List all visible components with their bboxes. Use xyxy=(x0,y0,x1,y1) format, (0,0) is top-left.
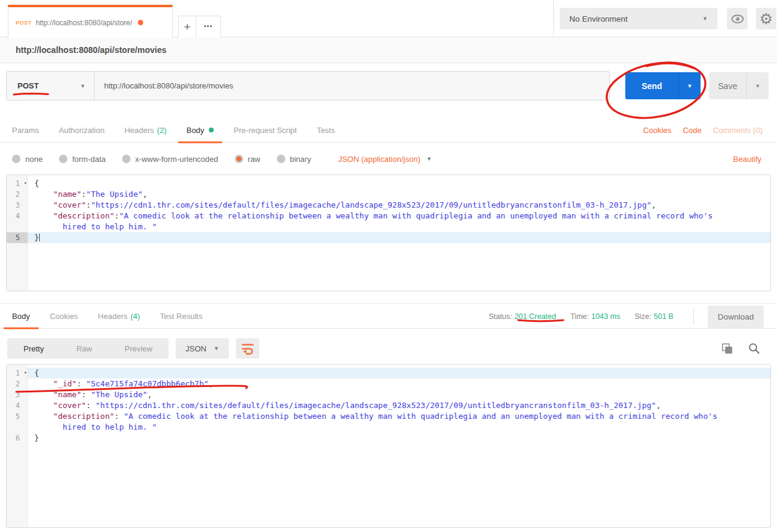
link-cookies[interactable]: Cookies xyxy=(643,126,672,135)
code-text: hired to help him. " xyxy=(28,422,770,433)
download-button[interactable]: Download xyxy=(708,306,764,328)
save-button[interactable]: Save xyxy=(709,72,746,99)
body-mode-none[interactable]: none xyxy=(12,155,43,164)
tab-headers[interactable]: Headers(2) xyxy=(116,118,175,143)
body-mode-form-data[interactable]: form-data xyxy=(59,155,106,164)
code-line-4: 4 "cover": "https://cdn1.thr.com/sites/d… xyxy=(7,400,770,411)
body-mode-row: noneform-datax-www-form-urlencodedrawbin… xyxy=(0,147,777,170)
url-input[interactable]: http://localhost:8080/api/store/movies xyxy=(94,72,609,100)
word-wrap-icon xyxy=(241,342,255,356)
chevron-down-icon: ▼ xyxy=(755,83,761,89)
wrap-lines-button[interactable] xyxy=(236,338,259,359)
settings-button[interactable]: ⚙ xyxy=(756,8,776,29)
copy-icon[interactable] xyxy=(721,342,734,355)
text-cursor xyxy=(39,234,40,241)
tab-options-button[interactable]: ••• xyxy=(196,16,221,38)
line-number: 6 xyxy=(16,433,20,444)
chevron-down-icon: ▼ xyxy=(214,345,219,351)
tab-count: (4) xyxy=(131,312,140,321)
code-line-1: 1▾{ xyxy=(7,178,770,189)
code-line-wrap: hired to help him. " xyxy=(7,422,770,433)
request-builder-bar: POST ▼ http://localhost:8080/api/store/m… xyxy=(6,71,771,101)
url-group: POST ▼ http://localhost:8080/api/store/m… xyxy=(6,71,610,101)
meta-size: Size:501 B xyxy=(634,312,673,321)
beautify-link[interactable]: Beautify xyxy=(733,155,761,164)
tab-authorization[interactable]: Authorization xyxy=(51,118,113,143)
request-title: http://localhost:8080/api/store/movies xyxy=(16,45,167,55)
send-button[interactable]: Send xyxy=(625,72,678,99)
gutter-cell: 6 xyxy=(7,433,28,444)
response-tab-headers[interactable]: Headers(4) xyxy=(90,304,149,329)
tab-label: Body xyxy=(12,312,30,321)
line-number: 4 xyxy=(16,400,20,411)
method-selector[interactable]: POST ▼ xyxy=(7,72,94,100)
line-number: 3 xyxy=(16,389,20,400)
view-raw[interactable]: Raw xyxy=(60,344,108,353)
body-mode-raw[interactable]: raw xyxy=(235,155,261,164)
environment-quick-look-button[interactable] xyxy=(727,8,748,29)
gutter-cell: 2 xyxy=(7,189,28,200)
postman-window: POST http://localhost:8080/api/store/ + … xyxy=(0,0,777,532)
body-modes: noneform-datax-www-form-urlencodedrawbin… xyxy=(12,155,327,164)
tab-label: Headers xyxy=(125,126,154,135)
tab-method-badge: POST xyxy=(16,20,32,26)
tab-label: Test Results xyxy=(160,312,203,321)
code-text: } xyxy=(28,232,770,243)
view-preview[interactable]: Preview xyxy=(108,344,169,353)
tab-pre-request-script[interactable]: Pre-request Script xyxy=(225,118,305,143)
view-pretty[interactable]: Pretty xyxy=(7,344,60,353)
response-tabs: BodyCookiesHeaders(4)Test Results xyxy=(4,304,214,329)
request-body-editor[interactable]: 1▾{2 "name":"The Upside",3 "cover":"http… xyxy=(6,175,771,291)
app-header: POST http://localhost:8080/api/store/ + … xyxy=(0,0,777,37)
link-code[interactable]: Code xyxy=(683,126,702,135)
code-line-5: 5 "description": "A comedic look at the … xyxy=(7,411,770,422)
tab-tests[interactable]: Tests xyxy=(308,118,343,143)
environment-selector[interactable]: No Environment ▼ xyxy=(560,8,717,29)
radio-icon xyxy=(12,155,20,163)
request-tab-post-store[interactable]: POST http://localhost:8080/api/store/ xyxy=(8,5,173,38)
meta-value: 1043 ms xyxy=(592,312,621,321)
search-icon[interactable] xyxy=(748,342,760,354)
body-mode-binary[interactable]: binary xyxy=(277,155,311,164)
code-text: { xyxy=(28,368,770,379)
content-type-selector[interactable]: JSON (application/json) ▼ xyxy=(338,155,432,164)
code-text: "description": "A comedic look at the re… xyxy=(28,411,770,422)
meta-value: 501 B xyxy=(654,312,673,321)
response-status-group: Status:201 CreatedTime:1043 msSize:501 B xyxy=(489,304,673,329)
line-number: 5 xyxy=(16,232,20,243)
response-tab-test-results[interactable]: Test Results xyxy=(152,304,211,329)
line-number: 3 xyxy=(16,200,20,211)
new-tab-button[interactable]: + xyxy=(178,16,196,38)
response-tab-cookies[interactable]: Cookies xyxy=(42,304,87,329)
gutter-cell xyxy=(7,221,28,232)
code-line-2: 2 "name":"The Upside", xyxy=(7,189,770,200)
line-number: 1 xyxy=(16,178,20,189)
unsaved-changes-dot xyxy=(138,20,143,25)
gutter-cell: 2 xyxy=(7,379,28,389)
save-options-button[interactable]: ▼ xyxy=(746,72,769,99)
tab-label: Authorization xyxy=(59,126,105,135)
eye-icon xyxy=(731,14,744,24)
response-format-selector[interactable]: JSON ▼ xyxy=(176,338,229,359)
response-tab-body[interactable]: Body xyxy=(4,304,39,329)
body-mode-x-www-form-urlencoded[interactable]: x-www-form-urlencoded xyxy=(122,155,218,164)
response-toolbar-icons xyxy=(721,342,760,355)
code-text: "description":"A comedic look at the rel… xyxy=(28,211,770,221)
send-options-button[interactable]: ▼ xyxy=(678,72,701,99)
fold-arrow-icon[interactable]: ▾ xyxy=(24,178,27,188)
response-body-editor[interactable]: 1▾{2 "_id": "5c4e715fa74c07dbbb6ecb7b",3… xyxy=(6,364,771,528)
mode-label: form-data xyxy=(72,155,106,164)
line-number: 5 xyxy=(16,411,20,422)
request-tabs: ParamsAuthorizationHeaders(2)BodyPre-req… xyxy=(4,118,346,143)
body-set-dot xyxy=(209,128,214,132)
mode-label: none xyxy=(25,155,43,164)
mode-label: raw xyxy=(248,155,261,164)
response-toolbar: PrettyRawPreview JSON ▼ xyxy=(0,335,777,362)
link-comments-0[interactable]: Comments (0) xyxy=(713,126,763,135)
send-button-group: Send ▼ xyxy=(625,72,701,99)
fold-arrow-icon[interactable]: ▾ xyxy=(24,367,27,378)
gutter-cell: 5 xyxy=(7,232,28,243)
tab-params[interactable]: Params xyxy=(4,118,48,143)
request-links: CookiesCodeComments (0) xyxy=(643,126,763,135)
tab-body[interactable]: Body xyxy=(178,118,223,143)
